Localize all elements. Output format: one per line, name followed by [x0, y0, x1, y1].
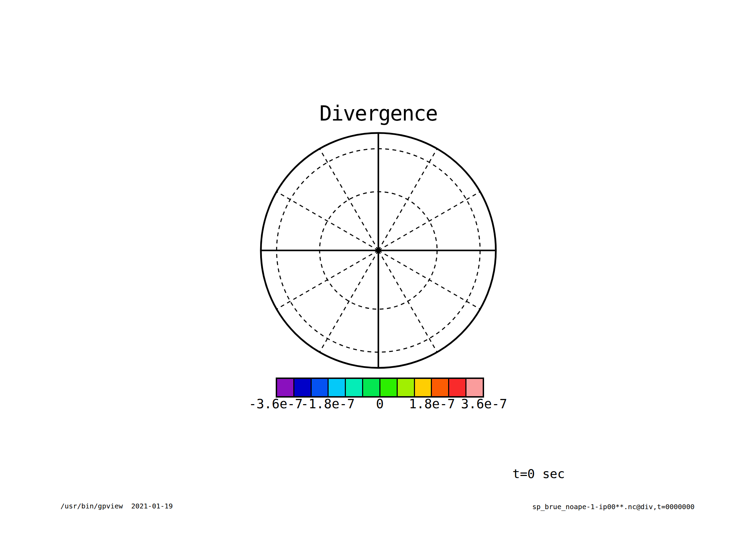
meridian-line-dashed [378, 149, 437, 250]
colorbar-cell [466, 379, 483, 396]
colorbar-cell [432, 379, 448, 396]
colorbar-cell [363, 379, 379, 396]
meridian-line-dashed [378, 250, 437, 352]
polar-grid [0, 0, 756, 534]
meridian-line-dashed [378, 250, 480, 309]
colorbar-cell [449, 379, 465, 396]
meridian-line-dashed [277, 250, 378, 309]
colorbar-tick-label: 0 [376, 397, 384, 411]
colorbar-cell [415, 379, 431, 396]
colorbar-cell [346, 379, 362, 396]
colorbar-tick-label: 1.8e-7 [409, 397, 455, 411]
colorbar-cell [294, 379, 311, 396]
meridian-line-dashed [320, 149, 378, 250]
meridian-line-dashed [378, 192, 480, 250]
colorbar-tick-label: 3.6e-7 [461, 397, 507, 411]
colorbar-cell [380, 379, 397, 396]
footer-source-text: sp_brue_noape-1-ip00**.nc@div,t=0000000 [532, 503, 694, 511]
footer-command-text: /usr/bin/gpview 2021-01-19 [60, 502, 173, 510]
colorbar-cell [398, 379, 414, 396]
colorbar-tick-label: -1.8e-7 [301, 397, 355, 411]
colorbar [276, 378, 484, 398]
meridian-line-dashed [320, 250, 378, 352]
colorbar-cell [312, 379, 328, 396]
colorbar-tick-label: -3.6e-7 [249, 397, 303, 411]
time-annotation: t=0 sec [512, 467, 565, 481]
meridian-line-dashed [277, 192, 378, 250]
colorbar-cell [277, 379, 293, 396]
colorbar-tick-labels: -3.6e-7-1.8e-701.8e-73.6e-7 [276, 397, 484, 412]
colorbar-cell [329, 379, 345, 396]
